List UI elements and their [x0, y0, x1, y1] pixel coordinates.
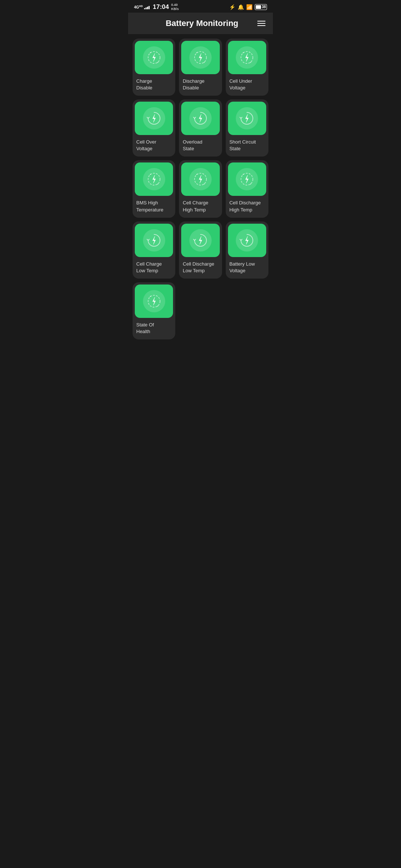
bluetooth-icon: ⚡: [229, 4, 235, 10]
battery-indicator: 38: [255, 4, 267, 10]
icon-area-6: [228, 102, 266, 135]
icon-glow-6: [236, 107, 258, 129]
grid-container: Charge Disable Discharge Disable Cell Un…: [128, 34, 273, 344]
icon-glow-1: [143, 46, 165, 69]
grid-item-2[interactable]: Discharge Disable: [179, 39, 222, 96]
wifi-icon: 📶: [246, 4, 252, 10]
grid-item-7[interactable]: BMS High Temperature: [133, 160, 175, 217]
grid-item-12[interactable]: Battery Low Voltage: [226, 221, 268, 279]
icon-glow-10: [143, 229, 165, 251]
icon-glow-8: [189, 168, 212, 190]
icon-area-2: [181, 41, 219, 74]
data-speed: 0.40KB/s: [171, 3, 179, 11]
hamburger-line-3: [257, 25, 265, 26]
grid-label-10: Cell Charge Low Temp: [133, 257, 175, 279]
notification-icon: 🔔: [238, 4, 244, 10]
status-left: 4GHD 17:04 0.40KB/s: [134, 3, 179, 11]
icon-area-10: [135, 224, 173, 257]
icon-glow-2: [189, 46, 212, 69]
grid-item-5[interactable]: Overload State: [179, 99, 222, 157]
battery-fill: [256, 5, 261, 9]
grid-item-4[interactable]: Cell Over Voltage: [133, 99, 175, 157]
grid-item-3[interactable]: Cell Under Voltage: [226, 39, 268, 96]
grid-item-8[interactable]: Cell Charge High Temp: [179, 160, 222, 217]
signal-bar-1: [144, 8, 145, 9]
icon-glow-12: [236, 229, 258, 251]
signal-bar-4: [149, 6, 150, 9]
header: Battery Monitoring: [128, 13, 273, 34]
grid-item-9[interactable]: Cell Discharge High Temp: [226, 160, 268, 217]
hamburger-line-2: [257, 23, 265, 24]
icon-area-11: [181, 224, 219, 257]
grid-label-3: Cell Under Voltage: [226, 74, 268, 96]
grid-item-10[interactable]: Cell Charge Low Temp: [133, 221, 175, 279]
icon-area-7: [135, 162, 173, 196]
battery-level: 38: [262, 5, 266, 9]
signal-bar-3: [147, 7, 148, 9]
grid-label-7: BMS High Temperature: [133, 196, 175, 217]
icon-glow-3: [236, 46, 258, 69]
status-time: 17:04: [153, 3, 169, 11]
grid-item-11[interactable]: Cell Discharge Low Temp: [179, 221, 222, 279]
icon-glow-7: [143, 168, 165, 190]
signal-bars: [144, 5, 150, 9]
grid-label-6: Short Circuit State: [226, 135, 268, 157]
icon-area-9: [228, 162, 266, 196]
grid-label-9: Cell Discharge High Temp: [226, 196, 268, 217]
grid-item-13[interactable]: State Of Health: [133, 282, 175, 339]
hamburger-line-1: [257, 21, 265, 22]
icon-area-12: [228, 224, 266, 257]
icon-area-3: [228, 41, 266, 74]
page-title: Battery Monitoring: [147, 19, 257, 28]
icon-glow-13: [143, 290, 165, 312]
icon-glow-11: [189, 229, 212, 251]
grid-item-1[interactable]: Charge Disable: [133, 39, 175, 96]
icon-glow-4: [143, 107, 165, 129]
icon-area-4: [135, 102, 173, 135]
grid-label-13: State Of Health: [133, 318, 175, 339]
status-right: ⚡ 🔔 📶 38: [229, 4, 267, 10]
status-bar: 4GHD 17:04 0.40KB/s ⚡ 🔔 📶 38: [128, 0, 273, 13]
icon-glow-5: [189, 107, 212, 129]
grid-label-5: Overload State: [179, 135, 222, 157]
network-type: 4GHD: [134, 5, 143, 9]
grid-label-12: Battery Low Voltage: [226, 257, 268, 279]
icon-area-1: [135, 41, 173, 74]
icon-area-8: [181, 162, 219, 196]
grid-label-8: Cell Charge High Temp: [179, 196, 222, 217]
grid-label-2: Discharge Disable: [179, 74, 222, 96]
menu-button[interactable]: [257, 21, 265, 26]
grid-item-6[interactable]: Short Circuit State: [226, 99, 268, 157]
icon-area-5: [181, 102, 219, 135]
signal-bar-2: [146, 7, 147, 9]
grid-label-11: Cell Discharge Low Temp: [179, 257, 222, 279]
grid-label-4: Cell Over Voltage: [133, 135, 175, 157]
icon-area-13: [135, 285, 173, 318]
grid-label-1: Charge Disable: [133, 74, 175, 96]
